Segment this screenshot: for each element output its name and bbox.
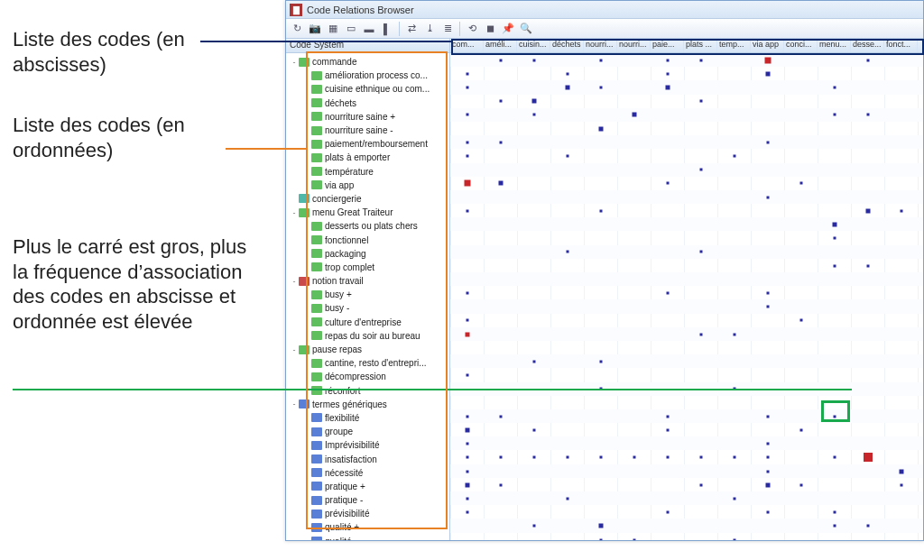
tree-row[interactable]: via app: [286, 179, 449, 192]
grid-icon[interactable]: ▦: [325, 21, 341, 37]
relation-cell[interactable]: [699, 483, 702, 486]
relation-cell[interactable]: [466, 443, 468, 445]
tree-row[interactable]: busy -: [286, 301, 449, 315]
relation-cell[interactable]: [599, 87, 602, 89]
relation-cell[interactable]: [866, 114, 869, 116]
pin-icon[interactable]: 📌: [500, 21, 516, 37]
expand-toggle[interactable]: -: [290, 277, 299, 286]
export-icon[interactable]: ⤓: [421, 21, 438, 37]
tree-row[interactable]: qualité -: [286, 535, 449, 540]
tree-row[interactable]: cantine, resto d'entrepri...: [286, 356, 449, 370]
expand-toggle[interactable]: -: [290, 345, 299, 354]
tree-row[interactable]: busy +: [286, 288, 449, 301]
relation-cell[interactable]: [666, 429, 669, 432]
relation-cell[interactable]: [532, 456, 535, 459]
tree-row[interactable]: plats à emporter: [286, 151, 449, 164]
tree-row[interactable]: cuisine ethnique ou com...: [286, 82, 449, 96]
relation-cell[interactable]: [566, 155, 568, 158]
tree-row[interactable]: -commande: [286, 55, 449, 69]
relation-cell[interactable]: [666, 292, 669, 295]
relation-cell[interactable]: [766, 292, 769, 295]
relation-cell[interactable]: [465, 482, 469, 487]
relation-cell[interactable]: [633, 456, 635, 459]
refresh-icon[interactable]: ↻: [289, 21, 305, 37]
title-bar[interactable]: ▇ Code Relations Browser: [286, 1, 923, 19]
relation-cell[interactable]: [532, 361, 535, 363]
relation-cell[interactable]: [666, 59, 669, 61]
bar-icon[interactable]: ▌: [379, 21, 395, 37]
relation-cell[interactable]: [699, 169, 702, 171]
tree-row[interactable]: repas du soir au bureau: [286, 329, 449, 343]
relation-cell[interactable]: [499, 59, 502, 61]
relation-cell[interactable]: [466, 114, 468, 116]
relation-cell[interactable]: [665, 86, 670, 90]
relation-cell[interactable]: [766, 306, 769, 308]
relation-cell[interactable]: [466, 292, 468, 295]
relation-cell[interactable]: [598, 524, 603, 528]
column-header[interactable]: desse...: [851, 39, 884, 52]
relation-cell[interactable]: [599, 361, 602, 363]
column-header[interactable]: fonct...: [884, 39, 918, 52]
tree-row[interactable]: flexibilité: [286, 411, 449, 425]
tree-row[interactable]: prévisibilité: [286, 507, 449, 520]
relation-cell[interactable]: [799, 483, 802, 486]
relation-cell[interactable]: [900, 483, 902, 486]
relation-cell[interactable]: [733, 538, 735, 540]
tree-row[interactable]: trop complet: [286, 261, 449, 274]
relation-cell[interactable]: [532, 525, 535, 528]
tree-row[interactable]: nourriture saine -: [286, 124, 449, 137]
tree-row[interactable]: réconfort: [286, 384, 449, 398]
relation-cell[interactable]: [532, 114, 535, 116]
relation-cell[interactable]: [833, 415, 836, 418]
relation-cell[interactable]: [466, 415, 468, 418]
relation-cell[interactable]: [765, 482, 770, 487]
tree-row[interactable]: décompression: [286, 370, 449, 383]
tree-row[interactable]: déchets: [286, 96, 449, 110]
tree-row[interactable]: amélioration process co...: [286, 69, 449, 82]
relation-cell[interactable]: [766, 443, 769, 445]
relation-cell[interactable]: [899, 469, 903, 473]
tree-row[interactable]: pratique +: [286, 480, 449, 493]
column-header[interactable]: déchets: [550, 39, 584, 52]
window-icon[interactable]: ▭: [343, 21, 359, 37]
column-header[interactable]: conci...: [784, 39, 818, 52]
relation-cell[interactable]: [666, 72, 669, 75]
relation-cell[interactable]: [498, 181, 503, 186]
tree-row[interactable]: groupe: [286, 425, 449, 438]
tree-row[interactable]: -notion travail: [286, 274, 449, 288]
column-header[interactable]: nourri...: [584, 39, 617, 52]
relation-cell[interactable]: [532, 429, 535, 432]
relation-cell[interactable]: [466, 498, 468, 500]
relation-cell[interactable]: [598, 126, 603, 131]
relation-cell[interactable]: [666, 182, 669, 185]
relation-cell[interactable]: [632, 113, 636, 117]
relation-cell[interactable]: [864, 453, 873, 462]
relation-cell[interactable]: [532, 59, 535, 61]
column-header[interactable]: nourri...: [617, 39, 651, 52]
relation-cell[interactable]: [466, 456, 468, 459]
column-header[interactable]: améli...: [484, 39, 517, 52]
relation-cell[interactable]: [499, 141, 502, 143]
relation-cell[interactable]: [699, 456, 702, 459]
tree-row[interactable]: packaging: [286, 247, 449, 261]
rect-icon[interactable]: ▬: [361, 21, 377, 37]
relation-cell[interactable]: [565, 86, 569, 90]
relation-cell[interactable]: [466, 209, 468, 212]
column-header[interactable]: paie...: [651, 39, 684, 52]
relation-cell[interactable]: [466, 511, 468, 514]
relation-cell[interactable]: [766, 415, 769, 418]
relation-cell[interactable]: [599, 209, 602, 212]
relation-cell[interactable]: [466, 141, 468, 143]
relation-cell[interactable]: [833, 456, 836, 459]
relation-cell[interactable]: [699, 333, 702, 335]
zoom-icon[interactable]: 🔍: [518, 21, 534, 37]
tree-row[interactable]: culture d'entreprise: [286, 316, 449, 329]
relation-cell[interactable]: [833, 87, 836, 89]
pivot-icon[interactable]: ⟲: [464, 21, 480, 37]
camera-icon[interactable]: 📷: [307, 21, 323, 37]
relation-cell[interactable]: [766, 196, 769, 198]
relation-cell[interactable]: [833, 264, 836, 267]
relation-cell[interactable]: [833, 114, 836, 116]
tree-row[interactable]: Imprévisibilité: [286, 438, 449, 452]
relation-cell[interactable]: [866, 525, 869, 528]
